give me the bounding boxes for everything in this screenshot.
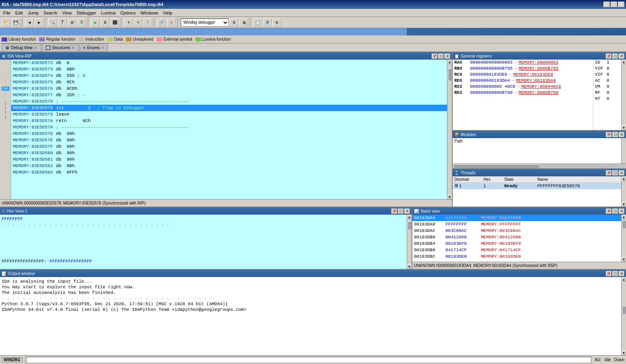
tb-lib[interactable]: 🔍 bbox=[48, 18, 57, 27]
gen-regs-sb-track[interactable] bbox=[622, 64, 626, 125]
tb-func[interactable]: f bbox=[58, 18, 67, 27]
threads-scrollbar[interactable]: ▲ ▼ bbox=[621, 176, 626, 207]
gen-regs-sb-up[interactable]: ▲ bbox=[622, 60, 626, 64]
threads-sb-up[interactable]: ▲ bbox=[622, 176, 626, 181]
ida-view-close-btn[interactable]: ✕ bbox=[445, 54, 450, 59]
tb-modules[interactable]: 📋 bbox=[253, 18, 262, 27]
hex-sb-track[interactable] bbox=[407, 219, 412, 264]
modules-hscrollbar[interactable] bbox=[453, 163, 626, 168]
stack-sb-track[interactable] bbox=[622, 219, 626, 257]
sb-track[interactable] bbox=[447, 64, 452, 194]
output-sb-down[interactable]: ▼ bbox=[622, 350, 626, 355]
hex-view-scrollbar[interactable]: ▲ ▼ bbox=[407, 215, 412, 269]
sb-thumb[interactable] bbox=[448, 68, 452, 81]
menu-debugger[interactable]: Debugger bbox=[74, 10, 98, 16]
output-pin-btn[interactable]: 📌 bbox=[606, 271, 611, 276]
modules-close-btn[interactable]: ✕ bbox=[619, 132, 624, 137]
tb-detach[interactable]: ✕ bbox=[167, 18, 176, 27]
sb-up-arrow[interactable]: ▲ bbox=[447, 60, 452, 64]
tab-enums[interactable]: ≡ Enums ✕ bbox=[79, 43, 108, 52]
tb-stepinto[interactable]: ⬇ bbox=[124, 18, 133, 27]
stack-float-btn[interactable]: ⬡ bbox=[612, 209, 618, 214]
stack-view-content[interactable]: 00183DA4 83E45000 MEMORY:83E45000 00183D… bbox=[412, 215, 621, 262]
tb-attach2[interactable]: 🔌 bbox=[239, 18, 248, 27]
threads-close-btn[interactable]: ✕ bbox=[619, 170, 624, 176]
menu-jump[interactable]: Jump bbox=[25, 10, 41, 16]
tb-pause[interactable]: ⏸ bbox=[101, 18, 110, 27]
tb-back[interactable]: ◀ bbox=[25, 18, 34, 27]
stack-sb-up[interactable]: ▲ bbox=[622, 215, 626, 219]
output-content[interactable]: IDA is analysing the input file... You m… bbox=[0, 277, 621, 355]
close-button[interactable]: ✕ bbox=[618, 2, 624, 7]
tb-stepout[interactable]: ↑ bbox=[144, 18, 152, 27]
tb-open[interactable]: 📂 bbox=[2, 18, 10, 27]
tab-debug-view[interactable]: 🖥 Debug View ✕ bbox=[2, 43, 41, 52]
modules-vscrollbar[interactable] bbox=[621, 138, 626, 163]
menu-search[interactable]: Search bbox=[41, 10, 60, 16]
output-close-btn[interactable]: ✕ bbox=[619, 271, 624, 276]
modules-pin-btn[interactable]: 📌 bbox=[606, 132, 611, 137]
hex-view-content[interactable]: FFFFFFFF - - - - - - - - - - - - - - - -… bbox=[0, 215, 407, 269]
hex-sb-thumb[interactable] bbox=[408, 221, 412, 230]
gen-regs-float-btn[interactable]: ⬡ bbox=[612, 54, 618, 59]
menu-windows[interactable]: Windows bbox=[138, 10, 161, 16]
tb-threads[interactable]: 🧵 bbox=[263, 18, 272, 27]
gen-regs-close-btn[interactable]: ✕ bbox=[619, 54, 624, 59]
hex-sb-up[interactable]: ▲ bbox=[407, 215, 412, 219]
tab-enums-close[interactable]: ✕ bbox=[101, 46, 104, 50]
debugger-select[interactable]: Windbg debugger bbox=[181, 19, 229, 27]
threads-float-btn[interactable]: ⬡ bbox=[612, 170, 618, 176]
tab-structures[interactable]: 🔲 Structures ✕ bbox=[42, 43, 79, 52]
stack-sb-thumb[interactable] bbox=[622, 220, 626, 228]
tb-attach[interactable]: 🔗 bbox=[157, 18, 166, 27]
thread-row-1[interactable]: 🖥 1 1 Ready FFFFFFFF83E5D578 bbox=[453, 183, 621, 189]
threads-sb-down[interactable]: ▼ bbox=[622, 202, 626, 207]
hex-view-float-btn[interactable]: ⬡ bbox=[398, 209, 403, 214]
hex-view-pin-btn[interactable]: 📌 bbox=[391, 209, 397, 214]
tb-code[interactable]: C bbox=[77, 18, 86, 27]
stack-close-btn[interactable]: ✕ bbox=[619, 209, 624, 214]
tb-fwd[interactable]: ▶ bbox=[35, 18, 44, 27]
output-float-btn[interactable]: ⬡ bbox=[612, 271, 618, 276]
stack-sb-down[interactable]: ▼ bbox=[622, 257, 626, 262]
menu-edit[interactable]: Edit bbox=[13, 10, 25, 16]
tab-debug-view-close[interactable]: ✕ bbox=[34, 46, 37, 50]
menu-lumina[interactable]: Lumina bbox=[98, 10, 118, 16]
menu-options[interactable]: Options bbox=[118, 10, 138, 16]
command-input[interactable] bbox=[26, 357, 592, 363]
ida-view-pin-btn[interactable]: 📌 bbox=[432, 54, 437, 59]
sb-down-arrow[interactable]: ▼ bbox=[447, 194, 452, 199]
menu-help[interactable]: Help bbox=[161, 10, 175, 16]
threads-pin-btn[interactable]: 📌 bbox=[606, 170, 611, 176]
modules-hscroll-thumb[interactable] bbox=[453, 164, 539, 168]
menu-view[interactable]: View bbox=[60, 10, 74, 16]
ida-view-scrollbar[interactable]: ▲ ▼ bbox=[447, 60, 452, 199]
tb-stop[interactable]: ⬛ bbox=[110, 18, 119, 27]
tb-stepover[interactable]: ↷ bbox=[134, 18, 143, 27]
modules-hscroll-track[interactable] bbox=[453, 164, 626, 168]
menu-file[interactable]: File bbox=[1, 10, 13, 16]
tb-hex[interactable]: ⊞ bbox=[68, 18, 77, 27]
output-scrollbar[interactable]: ▲ ▼ bbox=[621, 277, 626, 355]
hex-sb-down[interactable]: ▼ bbox=[407, 264, 412, 269]
hex-view-close-btn[interactable]: ✕ bbox=[404, 209, 410, 214]
stack-pin-btn[interactable]: 📌 bbox=[606, 209, 611, 214]
modules-float-btn[interactable]: ⬡ bbox=[612, 132, 618, 137]
stack-scrollbar[interactable]: ▲ ▼ bbox=[621, 215, 626, 262]
threads-sb-track[interactable] bbox=[622, 181, 626, 202]
ida-view-content[interactable]: MEMORY:83E5D572db 8 MEMORY:83E5D573db 8B… bbox=[11, 60, 447, 199]
output-sb-thumb[interactable] bbox=[622, 306, 626, 314]
tb-save[interactable]: 💾 bbox=[11, 18, 20, 27]
tb-debug-opt[interactable]: ⚙ bbox=[230, 18, 239, 27]
tb-extra[interactable]: ⊕ bbox=[272, 18, 281, 27]
output-sb-track[interactable] bbox=[622, 282, 626, 350]
maximize-button[interactable]: □ bbox=[611, 2, 617, 7]
minimize-button[interactable]: — bbox=[603, 2, 610, 7]
tab-structures-close[interactable]: ✕ bbox=[72, 46, 75, 50]
output-sb-up[interactable]: ▲ bbox=[622, 277, 626, 282]
gen-regs-scrollbar[interactable]: ▲ ▼ bbox=[621, 60, 626, 130]
ida-view-float-btn[interactable]: ⬡ bbox=[438, 54, 444, 59]
gen-regs-pin-btn[interactable]: 📌 bbox=[606, 54, 611, 59]
gen-regs-sb-down[interactable]: ▼ bbox=[622, 125, 626, 130]
tb-run[interactable]: ▶ bbox=[91, 18, 100, 27]
